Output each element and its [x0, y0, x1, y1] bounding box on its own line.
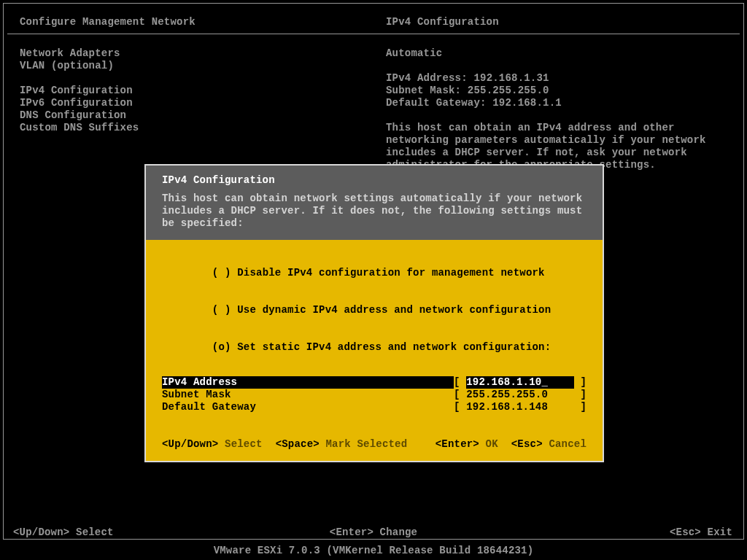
menu-item[interactable]: IPv4 Configuration	[20, 85, 139, 97]
field-default-gateway[interactable]: Default Gateway [ 192.168.1.148 ]	[162, 401, 587, 413]
product-brand: VMware ESXi 7.0.3 (VMKernel Release Buil…	[0, 545, 747, 556]
field-value[interactable]: 255.255.255.0	[466, 389, 574, 401]
menu-item[interactable]: Network Adapters	[20, 47, 139, 60]
left-menu: Network Adapters VLAN (optional) IPv4 Co…	[20, 47, 139, 134]
radio-icon: (o)	[212, 341, 231, 353]
field-value[interactable]: 192.168.1.10_	[466, 376, 574, 389]
info-mask-label: Subnet Mask:	[386, 85, 461, 97]
hint-esc: <Esc> Cancel	[511, 438, 587, 451]
info-ipv4-value: 192.168.1.31	[473, 72, 549, 84]
menu-item[interactable]: IPv6 Configuration	[20, 97, 139, 109]
divider	[7, 34, 740, 34]
info-ipv4: IPv4 Address: 192.168.1.31	[386, 72, 727, 85]
radio-disable-ipv4[interactable]: ( ) Disable IPv4 configuration for manag…	[162, 254, 587, 292]
info-gw-label: Default Gateway:	[386, 97, 487, 109]
hint-enter: <Enter> OK	[436, 438, 498, 451]
radio-label: Use dynamic IPv4 address and network con…	[237, 304, 551, 316]
info-gw-value: 192.168.1.1	[492, 97, 562, 109]
hint-updown: <Up/Down> Select	[162, 438, 263, 451]
field-ipv4-address[interactable]: IPv4 Address [ 192.168.1.10_ ]	[162, 376, 587, 389]
field-label: IPv4 Address	[162, 376, 454, 389]
dialog-intro: This host can obtain network settings au…	[162, 192, 587, 230]
dialog-footer: <Up/Down> Select <Space> Mark Selected <…	[162, 438, 587, 451]
bracket-open-icon: [	[454, 401, 466, 413]
field-label: Default Gateway	[162, 401, 454, 413]
radio-static-ipv4[interactable]: (o) Set static IPv4 address and network …	[162, 329, 587, 366]
menu-spacer	[20, 72, 139, 85]
dialog-title: IPv4 Configuration	[162, 174, 587, 187]
status-bar: <Up/Down> Select <Enter> Change <Esc> Ex…	[0, 524, 747, 540]
field-subnet-mask[interactable]: Subnet Mask [ 255.255.255.0 ]	[162, 389, 587, 401]
radio-icon: ( )	[212, 304, 231, 316]
info-gw: Default Gateway: 192.168.1.1	[386, 97, 727, 109]
field-value[interactable]: 192.168.1.148	[466, 401, 574, 413]
bracket-open-icon: [	[454, 389, 466, 401]
bracket-close-icon: ]	[574, 376, 587, 389]
ipv4-dialog: IPv4 Configuration This host can obtain …	[144, 164, 604, 462]
hint-updown: <Up/Down> Select	[13, 526, 114, 538]
page-title-left: Configure Management Network	[20, 16, 196, 28]
info-ipv4-label: IPv4 Address:	[386, 72, 468, 85]
info-panel: Automatic IPv4 Address: 192.168.1.31 Sub…	[386, 47, 727, 184]
menu-item[interactable]: VLAN (optional)	[20, 60, 139, 72]
hint-enter: <Enter> Change	[330, 526, 417, 538]
radio-icon: ( )	[212, 267, 231, 279]
menu-item[interactable]: Custom DNS Suffixes	[20, 122, 139, 134]
bracket-close-icon: ]	[574, 401, 587, 413]
bracket-close-icon: ]	[574, 389, 587, 401]
field-label: Subnet Mask	[162, 389, 454, 401]
page-title-right: IPv4 Configuration	[386, 16, 499, 28]
bracket-open-icon: [	[454, 376, 466, 389]
hint-esc: <Esc> Exit	[670, 526, 732, 538]
hint-space: <Space> Mark Selected	[276, 438, 408, 451]
info-mask-value: 255.255.255.0	[468, 85, 549, 96]
info-mode: Automatic	[386, 47, 727, 60]
info-mask: Subnet Mask: 255.255.255.0	[386, 85, 727, 97]
radio-label: Set static IPv4 address and network conf…	[237, 341, 551, 353]
menu-item[interactable]: DNS Configuration	[20, 109, 139, 122]
radio-dhcp-ipv4[interactable]: ( ) Use dynamic IPv4 address and network…	[162, 292, 587, 329]
radio-label: Disable IPv4 configuration for managemen…	[237, 267, 544, 279]
